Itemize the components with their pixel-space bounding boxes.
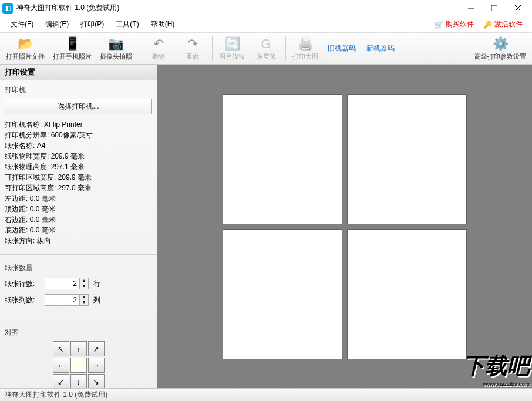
align-left[interactable]: ← xyxy=(53,358,69,373)
buy-link[interactable]: 🛒 购买软件 xyxy=(430,17,479,32)
paper-height: 纸张物理高度: 297.1 毫米 xyxy=(5,161,152,172)
menu-edit[interactable]: 编辑(E) xyxy=(39,17,75,32)
window-title: 神奇大图打印软件 1.0 (免费试用) xyxy=(16,3,459,13)
printer-name: 打印机名称: XFlip Printer xyxy=(5,119,152,130)
page-preview xyxy=(223,229,342,359)
paper-count-section: 纸张数量 纸张行数: ▲▼ 行 纸张列数: ▲▼ 列 xyxy=(0,258,157,315)
printable-height: 可打印区域高度: 297.0 毫米 xyxy=(5,183,152,193)
cols-label: 纸张列数: xyxy=(5,295,40,305)
paper-count-title: 纸张数量 xyxy=(5,263,152,273)
align-bottom-left[interactable]: ↙ xyxy=(53,374,69,388)
maximize-button[interactable] xyxy=(483,0,506,16)
svg-rect-1 xyxy=(491,5,497,11)
printer-icon: 🖨️ xyxy=(298,36,314,52)
print-big-label: 打印大图 xyxy=(292,52,318,61)
old-code-button[interactable]: 旧机器码 xyxy=(323,41,361,56)
camera-label: 摄像头拍照 xyxy=(100,52,132,61)
undo-icon: ↶ xyxy=(153,36,164,52)
redo-label: 重做 xyxy=(186,52,199,61)
rows-unit: 行 xyxy=(93,279,100,289)
cart-icon: 🛒 xyxy=(435,21,443,29)
close-button[interactable] xyxy=(506,0,530,16)
cols-up-icon[interactable]: ▲ xyxy=(80,295,88,300)
cols-input[interactable] xyxy=(45,294,80,306)
sidebar: 打印设置 打印机 选择打印机... 打印机名称: XFlip Printer 打… xyxy=(0,65,157,388)
menu-print[interactable]: 打印(P) xyxy=(75,17,110,32)
open-phone-button[interactable]: 📱 打开手机照片 xyxy=(49,35,95,62)
align-right[interactable]: → xyxy=(88,358,105,373)
rows-input[interactable] xyxy=(45,278,80,289)
menu-tools[interactable]: 工具(T) xyxy=(110,17,144,32)
separator xyxy=(285,36,286,61)
page-preview xyxy=(347,94,467,224)
new-code-button[interactable]: 新机器码 xyxy=(362,41,399,56)
cols-unit: 列 xyxy=(93,295,100,305)
align-title: 对齐 xyxy=(5,328,152,338)
print-big-button[interactable]: 🖨️ 打印大图 xyxy=(289,35,322,62)
align-bottom-right[interactable]: ↘ xyxy=(88,374,105,388)
align-grid: ↖ ↑ ↗ ← → ↙ ↓ ↘ xyxy=(5,341,152,388)
open-photo-label: 打开照片文件 xyxy=(6,52,45,61)
rows-spinner[interactable]: ▲▼ xyxy=(45,278,89,289)
camera-icon: 📷 xyxy=(108,36,124,52)
align-center[interactable] xyxy=(70,358,87,373)
undo-button[interactable]: ↶ 撤销 xyxy=(142,35,175,62)
advanced-settings-label: 高级打印参数设置 xyxy=(474,52,526,61)
align-bottom[interactable]: ↓ xyxy=(70,374,87,388)
redo-icon: ↷ xyxy=(187,36,198,52)
printer-resolution: 打印机分辨率: 600像素/英寸 xyxy=(5,130,152,140)
paper-width: 纸张物理宽度: 209.9 毫米 xyxy=(5,151,152,161)
folder-icon: 📂 xyxy=(18,36,33,52)
undo-label: 撤销 xyxy=(152,52,165,61)
open-photo-button[interactable]: 📂 打开照片文件 xyxy=(2,35,48,62)
rotate-button[interactable]: 🔄 图片旋转 xyxy=(216,35,248,62)
activate-link[interactable]: 🔑 激活软件 xyxy=(479,17,527,32)
gear-icon: ⚙️ xyxy=(493,36,509,52)
align-top-left[interactable]: ↖ xyxy=(53,341,69,356)
open-phone-label: 打开手机照片 xyxy=(53,52,92,61)
align-section: 对齐 ↖ ↑ ↗ ← → ↙ ↓ ↘ xyxy=(0,323,157,388)
redo-button[interactable]: ↷ 重做 xyxy=(176,35,209,62)
advanced-settings-button[interactable]: ⚙️ 高级打印参数设置 xyxy=(471,35,530,62)
grayscale-icon: G xyxy=(261,36,271,52)
camera-button[interactable]: 📷 摄像头拍照 xyxy=(96,35,136,62)
cols-down-icon[interactable]: ▼ xyxy=(80,300,88,305)
canvas[interactable] xyxy=(157,65,532,388)
menu-help[interactable]: 帮助(H) xyxy=(145,17,181,32)
paper-name: 纸张名称: A4 xyxy=(5,140,152,151)
phone-icon: 📱 xyxy=(65,36,80,52)
page-preview xyxy=(347,229,467,359)
align-top-right[interactable]: ↗ xyxy=(88,341,105,356)
activate-label: 激活软件 xyxy=(494,19,523,29)
buy-label: 购买软件 xyxy=(446,19,474,29)
select-printer-button[interactable]: 选择打印机... xyxy=(5,99,152,114)
menubar: 文件(F) 编辑(E) 打印(P) 工具(T) 帮助(H) 🛒 购买软件 🔑 激… xyxy=(0,16,532,33)
statusbar: 神奇大图打印软件 1.0 (免费试用) xyxy=(0,388,532,401)
grayscale-label: 灰度化 xyxy=(257,52,276,61)
separator xyxy=(212,36,213,61)
page-grid xyxy=(223,94,467,359)
margin-right: 右边距: 0.0 毫米 xyxy=(5,214,152,225)
panel-header: 打印设置 xyxy=(0,65,157,80)
separator xyxy=(139,36,139,61)
rows-down-icon[interactable]: ▼ xyxy=(80,284,88,289)
page-preview xyxy=(223,94,342,224)
printer-section: 打印机 选择打印机... 打印机名称: XFlip Printer 打印机分辨率… xyxy=(0,80,157,251)
toolbar: 📂 打开照片文件 📱 打开手机照片 📷 摄像头拍照 ↶ 撤销 ↷ 重做 🔄 图片… xyxy=(0,33,532,65)
key-icon: 🔑 xyxy=(483,21,492,29)
rows-up-icon[interactable]: ▲ xyxy=(80,278,88,284)
titlebar: ◧ 神奇大图打印软件 1.0 (免费试用) xyxy=(0,0,532,16)
rotate-icon: 🔄 xyxy=(224,36,240,52)
minimize-button[interactable] xyxy=(459,0,483,16)
menu-file[interactable]: 文件(F) xyxy=(5,17,39,32)
app-icon: ◧ xyxy=(2,3,13,14)
margin-top: 顶边距: 0.0 毫米 xyxy=(5,204,152,214)
align-top[interactable]: ↑ xyxy=(70,341,87,356)
printer-section-title: 打印机 xyxy=(5,85,152,95)
margin-left: 左边距: 0.0 毫米 xyxy=(5,193,152,204)
printable-width: 可打印区域宽度: 209.9 毫米 xyxy=(5,172,152,183)
cols-spinner[interactable]: ▲▼ xyxy=(45,294,89,306)
status-text: 神奇大图打印软件 1.0 (免费试用) xyxy=(5,390,107,400)
grayscale-button[interactable]: G 灰度化 xyxy=(250,35,282,62)
orientation: 纸张方向: 纵向 xyxy=(5,235,152,246)
